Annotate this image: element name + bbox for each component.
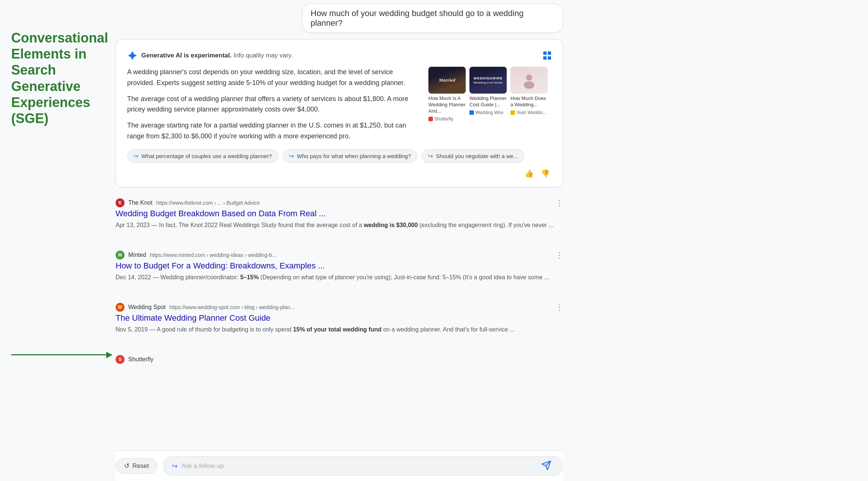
sge-image-title-2: Wedding Planner Cost Guide |... (469, 95, 507, 108)
sge-paragraph-2: The average cost of a wedding planner th… (127, 94, 419, 115)
send-button[interactable] (541, 460, 554, 472)
source-dot-2 (469, 110, 474, 115)
chip-1[interactable]: ↪ What percentage of couples use a weddi… (127, 149, 278, 163)
result-snippet-3: Nov 5, 2019 — A good rule of thumb for b… (116, 325, 563, 334)
sge-image-title-1: How Much Is A Wedding Planner And... (428, 95, 466, 114)
arrow-indicator (11, 354, 127, 355)
query-bubble: How much of your wedding budget should g… (116, 4, 563, 33)
reset-label: Reset (132, 462, 149, 470)
reset-icon: ↺ (124, 462, 129, 470)
source-dot-1 (428, 117, 433, 121)
chip-label-3: Should you negotiate with a we... (436, 153, 518, 159)
result-source-2: M Minted https://www.minted.com › weddin… (116, 251, 563, 260)
sge-text: A wedding planner's cost depends on your… (127, 67, 419, 142)
result-source-3: W Wedding Spot https://www.wedding-spot.… (116, 303, 563, 312)
sge-image-title-3: How Much Does a Wedding... (510, 95, 548, 108)
result-site-name-2: Minted (128, 252, 146, 258)
sge-image-card-2[interactable]: WEDDINGWIRE Wedding Cost Guide Wedding P… (469, 67, 507, 122)
sge-body: A wedding planner's cost depends on your… (127, 67, 551, 142)
sge-header-label: Generative AI is experimental. Info qual… (141, 52, 293, 59)
result-snippet-text-3: Nov 5, 2019 — A good rule of thumb for b… (116, 326, 515, 333)
reset-button[interactable]: ↺ Reset (116, 458, 157, 474)
sge-image-thumb-3 (510, 67, 548, 94)
result-menu-button-3[interactable]: ⋮ (556, 303, 563, 312)
result-favicon-4: S (116, 355, 125, 364)
result-favicon-2: M (116, 251, 125, 260)
chip-label-2: Who pays for what when planning a weddin… (297, 153, 411, 159)
result-item-2: M Minted https://www.minted.com › weddin… (116, 251, 563, 292)
result-snippet-2: Dec 14, 2022 — Wedding planner/coordinat… (116, 273, 563, 282)
thumb-3-person-icon (520, 71, 538, 89)
result-item-4: S Shutterfly (116, 355, 563, 376)
sge-paragraph-1: A wedding planner's cost depends on your… (127, 67, 419, 88)
svg-point-0 (526, 75, 532, 81)
result-favicon-3: W (116, 303, 125, 312)
result-site-name-4: Shutterfly (128, 356, 154, 363)
follow-up-input[interactable]: ↪ Ask a follow up (163, 456, 563, 476)
thumbs-down-button[interactable]: 👎 (539, 167, 551, 179)
sge-image-source-1: Shutterfly (428, 116, 466, 122)
thumbs-up-button[interactable]: 👍 (523, 167, 535, 179)
main-content: How much of your wedding budget should g… (116, 4, 563, 386)
result-title-3[interactable]: The Ultimate Wedding Planner Cost Guide (116, 313, 563, 323)
chip-3[interactable]: ↪ Should you negotiate with a we... (422, 149, 524, 163)
sidebar: Conversational Elements in Search Genera… (11, 30, 108, 126)
result-title-1[interactable]: Wedding Budget Breakdown Based on Data F… (116, 209, 563, 219)
sge-images-row: Married How Much Is A Wedding Planner An… (428, 67, 551, 122)
arrow-line (11, 354, 112, 355)
chip-followup-icon-1: ↪ (133, 153, 138, 160)
follow-up-placeholder: Ask a follow up (181, 462, 224, 470)
result-item-3: W Wedding Spot https://www.wedding-spot.… (116, 303, 563, 345)
result-favicon-1: K (116, 198, 125, 207)
query-text: How much of your wedding budget should g… (302, 4, 563, 33)
sge-image-thumb-1: Married (428, 67, 466, 94)
sge-header: Generative AI is experimental. Info qual… (127, 50, 551, 61)
result-menu-button-2[interactable]: ⋮ (556, 251, 563, 260)
result-site-name-1: The Knot (128, 199, 152, 206)
sge-image-source-2: Wedding Wire (469, 110, 507, 115)
source-dot-3 (510, 110, 515, 115)
result-snippet-text-1: Apr 13, 2023 — In fact, The Knot 2022 Re… (116, 222, 554, 228)
result-snippet-text-2: Dec 14, 2022 — Wedding planner/coordinat… (116, 274, 549, 280)
sge-feedback: 👍 👎 (523, 167, 551, 179)
result-source-4: S Shutterfly (116, 355, 563, 364)
sge-card: Generative AI is experimental. Info qual… (116, 40, 563, 187)
chip-followup-icon-2: ↪ (289, 153, 294, 160)
result-url-3: https://www.wedding-spot.com › blog › we… (169, 304, 294, 310)
result-source-1: K The Knot https://www.theknot.com › ...… (116, 198, 563, 207)
chip-followup-icon-3: ↪ (428, 153, 433, 160)
send-icon (541, 460, 551, 471)
svg-point-1 (524, 81, 534, 89)
search-results: K The Knot https://www.theknot.com › ...… (116, 198, 563, 376)
sge-image-card-1[interactable]: Married How Much Is A Wedding Planner An… (428, 67, 466, 122)
sge-header-left: Generative AI is experimental. Info qual… (127, 50, 293, 61)
sge-grid-icon[interactable] (543, 51, 551, 60)
sge-image-source-label-1: Shutterfly (434, 116, 453, 122)
result-title-2[interactable]: How to Budget For a Wedding: Breakdowns,… (116, 261, 563, 271)
sge-chips: ↪ What percentage of couples use a weddi… (127, 149, 551, 179)
result-snippet-1: Apr 13, 2023 — In fact, The Knot 2022 Re… (116, 221, 563, 230)
follow-up-icon: ↪ (172, 462, 177, 470)
result-url-2: https://www.minted.com › wedding-ideas ›… (150, 252, 276, 258)
result-item-1: K The Knot https://www.theknot.com › ...… (116, 198, 563, 240)
sidebar-title: Conversational Elements in Search Genera… (11, 30, 108, 126)
sge-image-thumb-2: WEDDINGWIRE Wedding Cost Guide (469, 67, 507, 94)
sge-image-source-label-2: Wedding Wire (475, 110, 503, 115)
sge-image-card-3[interactable]: How Much Does a Wedding... Yeah Weddin..… (510, 67, 548, 122)
sge-images: Married How Much Is A Wedding Planner An… (428, 67, 551, 142)
sge-image-source-label-3: Yeah Weddin... (516, 110, 547, 115)
sge-paragraph-3: The average starting rate for a partial … (127, 120, 419, 142)
ai-diamond-icon (127, 50, 138, 61)
bottom-bar: ↺ Reset ↪ Ask a follow up (116, 450, 563, 481)
result-url-1: https://www.theknot.com › ... › Budget A… (156, 200, 260, 206)
result-menu-button-1[interactable]: ⋮ (556, 198, 563, 207)
result-site-name-3: Wedding Spot (128, 304, 166, 311)
sge-image-source-3: Yeah Weddin... (510, 110, 548, 115)
chip-2[interactable]: ↪ Who pays for what when planning a wedd… (283, 149, 417, 163)
chip-label-1: What percentage of couples use a wedding… (141, 153, 272, 159)
